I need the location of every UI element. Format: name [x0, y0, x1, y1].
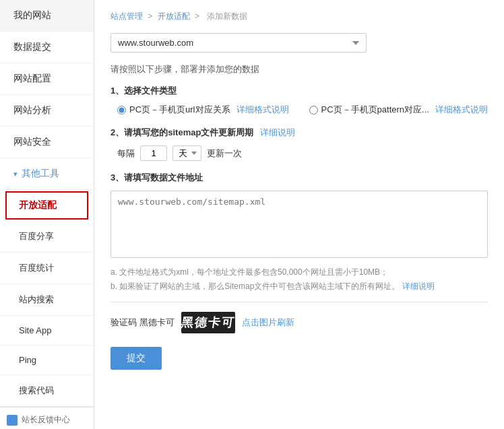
sidebar-item-site-search[interactable]: 站内搜索: [0, 284, 94, 316]
main-content: 站点管理 > 开放适配 > 添加新数据 www.stourweb.com 请按照…: [94, 0, 504, 429]
breadcrumb: 站点管理 > 开放适配 > 添加新数据: [111, 11, 488, 22]
step1-option1[interactable]: PC页－手机页url对应关系 详细格式说明: [117, 104, 289, 116]
sidebar-item-site-config[interactable]: 网站配置: [0, 63, 94, 95]
sidebar-item-baidu-stat[interactable]: 百度统计: [0, 253, 94, 284]
breadcrumb-site-mgmt[interactable]: 站点管理: [111, 11, 143, 21]
sidebar-item-ping[interactable]: Ping: [0, 345, 94, 375]
file-address-textarea[interactable]: [111, 191, 488, 258]
breadcrumb-current: 添加新数据: [207, 11, 247, 21]
sidebar-item-site-analytics[interactable]: 网站分析: [0, 95, 94, 127]
sidebar-item-site-app[interactable]: Site App: [0, 316, 94, 345]
captcha-row: 验证码 黑德卡可 黑德卡可 点击图片刷新: [111, 312, 488, 333]
step2-link[interactable]: 详细说明: [260, 127, 295, 137]
step1-link1[interactable]: 详细格式说明: [237, 104, 289, 116]
note-a: a. 文件地址格式为xml，每个地址文件最多包含50,000个网址且需小于10M…: [111, 267, 488, 278]
period-unit-select[interactable]: 天: [172, 145, 201, 161]
step3-section: 3、请填写数据文件地址 a. 文件地址格式为xml，每个地址文件最多包含50,0…: [111, 172, 488, 292]
step1-radio2[interactable]: [309, 106, 318, 114]
step1-title: 1、选择文件类型: [111, 85, 488, 97]
period-row: 每隔 天 更新一次: [117, 145, 488, 161]
sidebar: 我的网站 数据提交 网站配置 网站分析 网站安全 ▾ 其他工具 开放适配 百度分…: [0, 0, 94, 429]
step2-title: 2、请填写您的sitemap文件更新周期 详细说明: [111, 127, 488, 139]
sidebar-item-search-code[interactable]: 搜索代码: [0, 375, 94, 407]
step1-radio-group: PC页－手机页url对应关系 详细格式说明 PC页－手机页pattern对应..…: [117, 104, 488, 116]
captcha-text: 黑德卡可: [181, 315, 235, 331]
step1-link2[interactable]: 详细格式说明: [435, 104, 488, 116]
sidebar-item-other-tools[interactable]: ▾ 其他工具: [0, 158, 94, 190]
step3-title: 3、请填写数据文件地址: [111, 172, 488, 184]
breadcrumb-sep2: >: [195, 11, 201, 21]
captcha-image[interactable]: 黑德卡可: [181, 312, 235, 333]
chevron-down-icon: ▾: [13, 170, 18, 178]
note-b: b. 如果验证了网站的主域，那么Sitemap文件中可包含该网站主域下的所有网址…: [111, 281, 488, 292]
note-b-link[interactable]: 详细说明: [402, 282, 435, 291]
feedback-icon: [7, 415, 18, 426]
breadcrumb-open-adapt[interactable]: 开放适配: [158, 11, 190, 21]
sidebar-item-site-security[interactable]: 网站安全: [0, 127, 94, 158]
domain-selector-wrap: www.stourweb.com: [111, 33, 488, 53]
period-suffix: 更新一次: [207, 147, 242, 160]
step1-option2[interactable]: PC页－手机页pattern对应... 详细格式说明: [309, 104, 488, 116]
period-prefix: 每隔: [117, 147, 135, 160]
instructions-text: 请按照以下步骤，部署并添加您的数据: [111, 63, 488, 75]
submit-button[interactable]: 提交: [111, 347, 162, 370]
step1-radio1[interactable]: [117, 106, 126, 114]
section-divider: [111, 302, 488, 302]
sidebar-item-data-submit[interactable]: 数据提交: [0, 32, 94, 63]
captcha-label: 验证码 黑德卡可: [111, 317, 175, 329]
step1-section: 1、选择文件类型 PC页－手机页url对应关系 详细格式说明 PC页－手机页pa…: [111, 85, 488, 116]
domain-select[interactable]: www.stourweb.com: [111, 33, 367, 53]
step2-section: 2、请填写您的sitemap文件更新周期 详细说明 每隔 天 更新一次: [111, 127, 488, 161]
breadcrumb-sep1: >: [148, 11, 154, 21]
sidebar-item-open-adapt[interactable]: 开放适配: [5, 191, 88, 220]
period-input[interactable]: [140, 145, 167, 161]
captcha-refresh-link[interactable]: 点击图片刷新: [242, 317, 294, 329]
sidebar-item-baidu-share[interactable]: 百度分享: [0, 221, 94, 253]
feedback-center[interactable]: 站长反馈中心: [0, 407, 94, 429]
sidebar-item-my-site[interactable]: 我的网站: [0, 0, 94, 32]
